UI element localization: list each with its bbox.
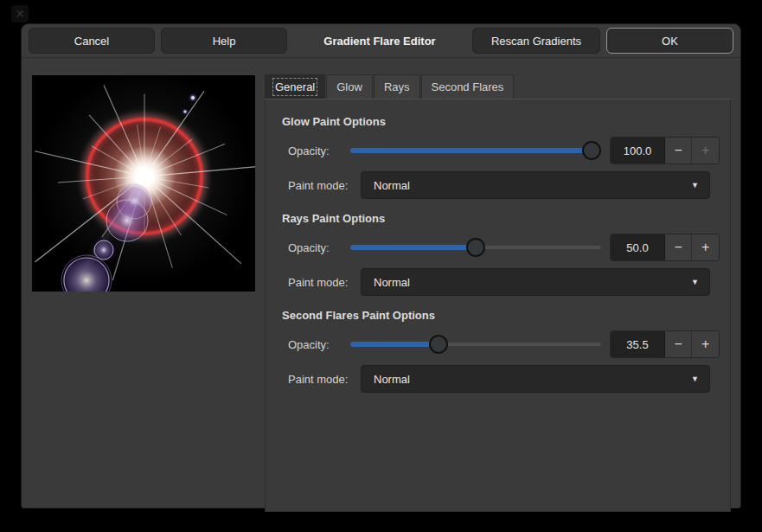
rescan-gradients-button[interactable]: Rescan Gradients — [472, 28, 600, 54]
dialog-title: Gradient Flare Editor — [293, 35, 466, 48]
paint-mode-value: Normal — [374, 179, 410, 192]
glow-paint-options-section: Glow Paint Options Opacity: 100.0 − — [277, 114, 720, 199]
tab-page-general: Glow Paint Options Opacity: 100.0 − — [265, 99, 731, 512]
opacity-spinbox: 35.5 − + — [610, 330, 720, 358]
opacity-minus-button[interactable]: − — [665, 331, 693, 357]
opacity-plus-button[interactable]: + — [692, 234, 719, 260]
paint-mode-dropdown[interactable]: Normal ▼ — [361, 268, 710, 296]
section-title: Second Flares Paint Options — [282, 308, 720, 323]
opacity-plus-button[interactable]: + — [692, 331, 719, 357]
paint-mode-row: Paint mode: Normal ▼ — [288, 268, 720, 296]
paint-mode-row: Paint mode: Normal ▼ — [288, 365, 720, 393]
opacity-slider-handle[interactable] — [582, 141, 601, 160]
plus-icon: + — [701, 143, 709, 158]
paint-mode-label: Paint mode: — [288, 179, 361, 192]
opacity-row: Opacity: 35.5 − + — [288, 330, 720, 358]
paint-mode-value: Normal — [374, 276, 410, 289]
opacity-value-field[interactable]: 35.5 — [611, 331, 665, 357]
paint-mode-label: Paint mode: — [288, 276, 361, 289]
minus-icon: − — [675, 337, 682, 352]
ok-button[interactable]: OK — [606, 28, 733, 54]
opacity-spinbox: 50.0 − + — [610, 234, 720, 261]
editor-notebook: General Glow Rays Second Flares Glow Pai… — [265, 74, 731, 497]
paint-mode-dropdown[interactable]: Normal ▼ — [361, 365, 710, 393]
dialog-content: General Glow Rays Second Flares Glow Pai… — [22, 58, 740, 508]
minus-icon: − — [675, 240, 682, 255]
plus-icon: + — [701, 240, 709, 255]
gradient-flare-editor-dialog: Cancel Help Gradient Flare Editor Rescan… — [22, 24, 740, 508]
header-bar: Cancel Help Gradient Flare Editor Rescan… — [22, 24, 740, 58]
opacity-slider[interactable] — [350, 137, 601, 164]
section-title: Glow Paint Options — [282, 114, 720, 129]
screen: ✕ Cancel Help Gradient Flare Editor Resc… — [0, 0, 762, 532]
minus-icon: − — [675, 143, 682, 158]
slider-fill — [350, 148, 601, 153]
rays-paint-options-section: Rays Paint Options Opacity: 50.0 − — [277, 211, 720, 296]
slider-fill — [350, 245, 476, 250]
second-flares-paint-options-section: Second Flares Paint Options Opacity: 35.… — [277, 308, 720, 393]
opacity-slider[interactable] — [350, 330, 601, 358]
opacity-row: Opacity: 100.0 − + — [288, 137, 720, 164]
section-title: Rays Paint Options — [282, 211, 720, 226]
window-close-icon[interactable]: ✕ — [11, 5, 29, 22]
opacity-slider[interactable] — [350, 234, 601, 261]
plus-icon: + — [701, 337, 709, 352]
tab-second-flares[interactable]: Second Flares — [421, 74, 515, 99]
opacity-minus-button[interactable]: − — [665, 138, 693, 163]
flare-preview-image — [32, 75, 255, 292]
paint-mode-dropdown[interactable]: Normal ▼ — [361, 171, 710, 199]
paint-mode-value: Normal — [374, 373, 410, 386]
paint-mode-row: Paint mode: Normal ▼ — [288, 171, 720, 199]
opacity-value-field[interactable]: 100.0 — [611, 138, 665, 163]
tab-glow[interactable]: Glow — [326, 74, 373, 99]
opacity-minus-button[interactable]: − — [665, 234, 693, 260]
opacity-plus-button[interactable]: + — [692, 138, 719, 163]
opacity-slider-handle[interactable] — [429, 335, 448, 354]
paint-mode-label: Paint mode: — [288, 373, 361, 386]
tab-row: General Glow Rays Second Flares — [265, 74, 731, 99]
chevron-down-icon: ▼ — [691, 375, 699, 383]
opacity-row: Opacity: 50.0 − + — [288, 234, 720, 261]
slider-fill — [350, 342, 436, 347]
opacity-spinbox: 100.0 − + — [610, 137, 720, 164]
opacity-value-field[interactable]: 50.0 — [611, 234, 665, 260]
cancel-button[interactable]: Cancel — [29, 28, 155, 54]
tab-rays[interactable]: Rays — [374, 74, 420, 99]
chevron-down-icon: ▼ — [691, 278, 699, 286]
flare-preview — [32, 75, 255, 292]
chevron-down-icon: ▼ — [691, 181, 699, 189]
help-button[interactable]: Help — [161, 28, 287, 54]
tab-general[interactable]: General — [265, 74, 325, 99]
opacity-slider-handle[interactable] — [466, 238, 485, 257]
